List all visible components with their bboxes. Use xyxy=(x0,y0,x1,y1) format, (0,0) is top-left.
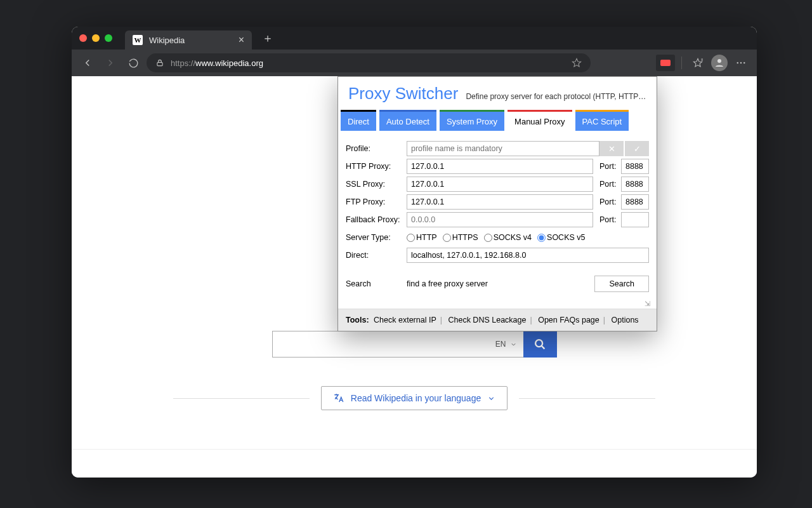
new-tab-button[interactable]: ＋ xyxy=(262,30,273,46)
browser-tab[interactable]: W Wikipedia × xyxy=(125,30,252,50)
profile-input[interactable] xyxy=(407,141,599,156)
ftp-port-input[interactable] xyxy=(621,194,649,210)
titlebar: W Wikipedia × ＋ xyxy=(72,27,757,50)
tool-check-dns[interactable]: Check DNS Leackage xyxy=(448,316,526,324)
tools-label: Tools: xyxy=(346,316,369,324)
profile-save-button[interactable]: ✓ xyxy=(625,141,649,156)
tab-direct[interactable]: Direct xyxy=(341,110,376,131)
minimize-window-icon[interactable] xyxy=(92,34,100,42)
window-controls xyxy=(79,34,112,42)
read-language-label: Read Wikipedia in your language xyxy=(351,393,481,403)
forward-button[interactable] xyxy=(101,53,120,72)
fallback-proxy-label: Fallback Proxy: xyxy=(346,215,407,224)
proxy-switcher-extension-icon[interactable] xyxy=(656,55,675,71)
maximize-window-icon[interactable] xyxy=(105,34,112,42)
back-button[interactable] xyxy=(78,53,97,72)
favorites-icon[interactable] xyxy=(688,53,707,72)
server-type-http[interactable]: HTTP xyxy=(407,233,437,242)
tool-open-faqs[interactable]: Open FAQs page xyxy=(538,316,599,324)
search-hint: find a free proxy server xyxy=(407,279,594,288)
tab-manual-proxy[interactable]: Manual Proxy xyxy=(508,110,572,131)
profile-cancel-button[interactable]: ✕ xyxy=(599,141,624,156)
search-lang-label: EN xyxy=(495,340,506,349)
chevron-down-icon xyxy=(487,394,495,403)
server-type-https[interactable]: HTTPS xyxy=(443,233,478,242)
page-divider xyxy=(72,449,757,450)
http-proxy-input[interactable] xyxy=(407,159,593,174)
tab-title: Wikipedia xyxy=(149,36,185,45)
svg-point-8 xyxy=(743,62,745,64)
refresh-button[interactable] xyxy=(124,53,143,72)
lock-icon xyxy=(155,58,164,67)
proxy-switcher-panel: Proxy Switcher Define proxy server for e… xyxy=(337,76,657,331)
address-bar[interactable]: https://www.wikipedia.org xyxy=(147,53,591,72)
fallback-proxy-input[interactable] xyxy=(407,212,593,227)
svg-point-7 xyxy=(740,62,742,64)
http-port-input[interactable] xyxy=(621,159,649,174)
bookmark-icon[interactable] xyxy=(572,58,582,68)
direct-input[interactable] xyxy=(407,248,649,263)
resize-handle-icon[interactable]: ⇲ xyxy=(338,300,657,309)
svg-line-10 xyxy=(542,346,545,349)
tab-system-proxy[interactable]: System Proxy xyxy=(440,110,504,131)
svg-rect-0 xyxy=(157,62,162,65)
ftp-proxy-input[interactable] xyxy=(407,194,593,210)
server-type-socks5[interactable]: SOCKS v5 xyxy=(537,233,585,242)
server-type-socks4[interactable]: SOCKS v4 xyxy=(484,233,532,242)
fallback-port-input[interactable] xyxy=(621,212,649,227)
http-proxy-label: HTTP Proxy: xyxy=(346,162,407,171)
tools-bar: Tools: Check external IP| Check DNS Leac… xyxy=(338,309,657,331)
direct-label: Direct: xyxy=(346,251,407,260)
ftp-proxy-label: FTP Proxy: xyxy=(346,197,407,206)
search-label: Search xyxy=(346,279,407,288)
divider-line xyxy=(173,398,310,399)
svg-point-6 xyxy=(737,62,738,64)
proxy-header: Proxy Switcher Define proxy server for e… xyxy=(338,77,657,110)
proxy-title: Proxy Switcher xyxy=(348,84,458,104)
toolbar: https://www.wikipedia.org xyxy=(72,50,757,76)
proxy-tabs: Direct Auto Detect System Proxy Manual P… xyxy=(338,110,657,131)
profile-avatar[interactable] xyxy=(711,55,728,71)
profile-label: Profile: xyxy=(346,144,407,153)
read-language-row: Read Wikipedia in your language xyxy=(173,386,655,410)
ssl-proxy-label: SSL Proxy: xyxy=(346,180,407,189)
search-button[interactable] xyxy=(523,331,557,358)
proxy-subtitle: Define proxy server for each protocol (H… xyxy=(466,92,648,104)
ssl-proxy-input[interactable] xyxy=(407,177,593,192)
search-proxy-button[interactable]: Search xyxy=(594,276,649,292)
tool-check-ip[interactable]: Check external IP xyxy=(374,316,436,324)
tab-close-icon[interactable]: × xyxy=(239,34,244,46)
divider-line xyxy=(519,398,655,399)
server-type-label: Server Type: xyxy=(346,233,407,242)
port-label: Port: xyxy=(599,215,621,224)
translate-icon xyxy=(333,392,344,404)
favicon: W xyxy=(133,35,143,45)
toolbar-divider xyxy=(681,57,682,69)
svg-marker-1 xyxy=(572,58,580,67)
chevron-down-icon[interactable] xyxy=(510,341,517,348)
svg-point-5 xyxy=(717,59,721,63)
close-window-icon[interactable] xyxy=(79,34,87,42)
tab-auto-detect[interactable]: Auto Detect xyxy=(379,110,436,131)
url: https://www.wikipedia.org xyxy=(171,58,263,68)
search-icon xyxy=(533,337,547,351)
port-label: Port: xyxy=(599,197,621,206)
browser-window: W Wikipedia × ＋ https://www.wikipedia.or… xyxy=(72,27,757,478)
server-type-group: HTTP HTTPS SOCKS v4 SOCKS v5 xyxy=(407,233,591,242)
svg-marker-2 xyxy=(693,58,702,67)
read-language-button[interactable]: Read Wikipedia in your language xyxy=(321,386,508,410)
port-label: Port: xyxy=(599,180,621,189)
port-label: Port: xyxy=(599,162,621,171)
search-row: EN xyxy=(272,331,557,358)
page-content: English 6 024 000+ articles Español 1 57… xyxy=(72,76,757,478)
svg-point-9 xyxy=(535,340,542,347)
ssl-port-input[interactable] xyxy=(621,177,649,192)
more-menu-icon[interactable] xyxy=(731,53,750,72)
search-input[interactable]: EN xyxy=(272,331,523,358)
tool-options[interactable]: Options xyxy=(612,316,639,324)
proxy-body: Profile: ✕ ✓ HTTP Proxy: Port: SSL Proxy… xyxy=(338,131,657,300)
tab-pac-script[interactable]: PAC Script xyxy=(575,110,629,131)
